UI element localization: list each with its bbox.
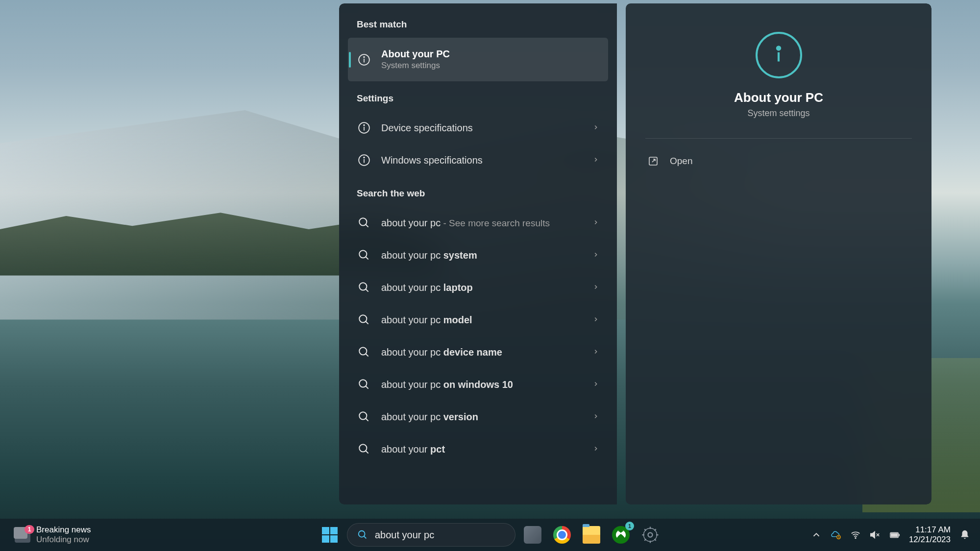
svg-point-17 [359,347,367,355]
chrome-icon [553,526,571,544]
clock-area[interactable]: 11:17 AM 12/21/2023 [909,525,951,545]
gear-icon [641,526,659,544]
widget-subtitle: Unfolding now [36,535,91,545]
show-hidden-icons[interactable] [811,529,822,540]
svg-point-11 [359,250,367,258]
web-results-list: about your pc - See more search results … [348,207,608,465]
settings-result-label: Windows specifications [381,155,588,166]
detail-subtitle: System settings [747,108,809,119]
info-icon [357,153,371,168]
chevron-right-icon [592,380,599,390]
svg-point-2 [364,56,365,57]
info-icon [357,120,371,135]
settings-result-label: Device specifications [381,122,588,134]
info-icon [357,52,371,67]
best-match-header: Best match [348,17,608,38]
task-view-icon [524,526,541,544]
search-icon [357,409,371,424]
info-icon-large [756,32,802,78]
web-result-label: about your pc on windows 10 [381,379,588,390]
search-icon [357,312,371,327]
svg-line-10 [366,224,368,227]
svg-line-18 [366,354,368,356]
web-result-label: about your pc device name [381,347,588,358]
svg-point-31 [644,528,657,542]
svg-line-16 [366,321,368,324]
wifi-icon [850,529,861,540]
wifi-tray[interactable] [850,529,861,540]
chevron-right-icon [592,315,599,325]
search-detail-panel: About your PC System settings Open [626,3,931,504]
web-result-item[interactable]: about your pc device name [348,336,608,368]
xbox-badge: 1 [625,522,634,530]
search-input[interactable] [375,529,505,541]
taskbar-search-box[interactable] [347,523,515,547]
search-icon [357,216,371,230]
svg-point-28 [359,531,365,537]
start-button[interactable] [318,523,342,547]
notifications-button[interactable] [959,529,970,540]
clock-time: 11:17 AM [915,525,951,535]
onedrive-icon [831,529,841,540]
svg-line-22 [366,418,368,421]
windows-logo-icon [322,527,338,543]
open-label: Open [670,156,692,167]
web-result-label: about your pc system [381,250,588,261]
chevron-right-icon [592,155,599,166]
settings-header: Settings [348,91,608,112]
search-icon [357,377,371,392]
web-result-label: about your pc - See more search results [381,217,588,229]
open-icon [647,155,659,167]
svg-point-9 [359,218,367,225]
svg-rect-38 [891,533,898,536]
web-result-item[interactable]: about your pc version [348,401,608,433]
svg-point-15 [359,315,367,322]
file-explorer-icon [583,526,600,544]
clock-date: 12/21/2023 [909,535,951,545]
xbox-app[interactable]: 1 [609,523,633,547]
chevron-right-icon [592,218,599,228]
chrome-app[interactable] [550,523,574,547]
battery-tray[interactable] [889,529,900,540]
web-result-item[interactable]: about your pc laptop [348,271,608,304]
web-result-item[interactable]: about your pct [348,433,608,465]
best-match-result[interactable]: About your PC System settings [348,38,608,81]
onedrive-tray[interactable] [831,529,841,540]
widget-badge: 1 [24,525,34,534]
svg-line-14 [366,289,368,291]
chevron-right-icon [592,412,599,422]
web-result-item[interactable]: about your pc model [348,304,608,336]
svg-point-19 [359,380,367,387]
chevron-up-icon [811,529,822,540]
widgets-button[interactable]: 1 Breaking news Unfolding now [10,523,95,547]
best-match-title: About your PC [381,48,599,60]
settings-result-item[interactable]: Device specifications [348,112,608,144]
svg-point-30 [648,533,653,537]
web-result-item[interactable]: about your pc on windows 10 [348,368,608,401]
best-match-subtitle: System settings [381,61,599,71]
svg-line-12 [366,257,368,259]
volume-mute-icon [870,529,881,540]
file-explorer-app[interactable] [579,523,604,547]
widgets-icon: 1 [14,527,31,543]
web-result-label: about your pc laptop [381,282,588,293]
svg-point-21 [359,412,367,419]
svg-point-26 [777,47,780,49]
volume-tray[interactable] [870,529,881,540]
svg-point-33 [855,538,856,539]
chevron-right-icon [592,250,599,261]
svg-line-29 [364,536,367,539]
svg-line-20 [366,386,368,388]
search-icon [357,248,371,263]
web-result-item[interactable]: about your pc - See more search results [348,207,608,239]
bell-icon [959,529,970,540]
chevron-right-icon [592,347,599,358]
taskbar: 1 Breaking news Unfolding now [0,519,980,551]
settings-app[interactable] [638,523,662,547]
detail-divider [645,138,912,139]
web-result-item[interactable]: about your pc system [348,239,608,271]
battery-icon [889,529,900,540]
open-action[interactable]: Open [645,150,912,172]
settings-result-item[interactable]: Windows specifications [348,144,608,176]
task-view-button[interactable] [520,523,545,547]
